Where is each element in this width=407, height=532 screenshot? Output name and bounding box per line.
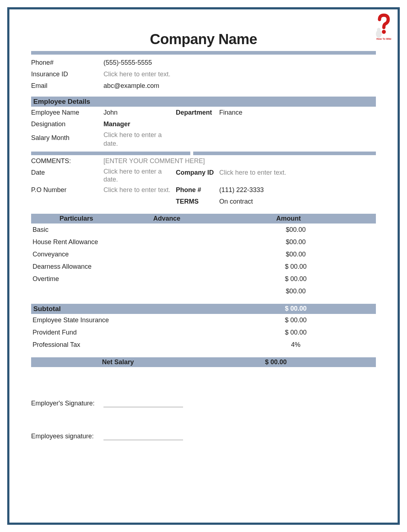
companyid-label: Company ID <box>176 167 219 183</box>
comments-row: COMMENTS: [ENTER YOUR COMMENT HERE] <box>31 155 376 167</box>
date-row: Date Click here to enter a date. Company… <box>31 167 376 184</box>
deduction-line: Provident Fund$ 00.00 <box>31 326 376 339</box>
companyid-value[interactable]: Click here to enter text. <box>219 167 376 183</box>
col-amount: Amount <box>212 215 376 222</box>
document-frame: How To Wiki Company Name Phone# (555)-55… <box>7 7 400 525</box>
subtotal-label: Subtotal <box>31 305 226 313</box>
svg-text:How To Wiki: How To Wiki <box>376 38 391 40</box>
phone-value[interactable]: (555)-5555-5555 <box>103 58 176 68</box>
designation-row: Designation Manager <box>31 118 376 130</box>
employee-name-label: Employee Name <box>31 107 103 118</box>
deduction-amount: $ 00.00 <box>226 327 376 337</box>
net-salary-label: Net Salary <box>31 358 205 366</box>
salary-table-header: Particulars Advance Amount <box>31 214 376 224</box>
employee-details-header: Employee Details <box>31 97 376 107</box>
phone-row: Phone# (555)-5555-5555 <box>31 57 376 68</box>
comments-label: COMMENTS: <box>31 156 103 166</box>
insurance-row: Insurance ID Click here to enter text. <box>31 68 376 80</box>
email-row: Email abc@example.com <box>31 80 376 91</box>
phone2-value[interactable]: (111) 222-3333 <box>219 185 376 195</box>
email-value[interactable]: abc@example.com <box>103 81 212 91</box>
po-row: P.O Number Click here to enter text. Pho… <box>31 184 376 196</box>
department-value[interactable]: Finance <box>219 107 376 118</box>
employee-signature-label: Employees signature: <box>31 433 103 440</box>
employee-signature-line: Employees signature: <box>31 433 376 440</box>
deduction-line: Employee State Insurance$ 00.00 <box>31 314 376 326</box>
date-label: Date <box>31 167 103 183</box>
employer-signature-field[interactable] <box>103 401 183 407</box>
phone2-label: Phone # <box>176 185 219 195</box>
employer-signature-line: Employer's Signature: <box>31 400 376 407</box>
particular-label: House Rent Allowance <box>31 237 226 247</box>
terms-value[interactable]: On contract <box>219 196 376 207</box>
deduction-label: Professional Tax <box>31 340 226 350</box>
employee-signature-field[interactable] <box>103 434 183 440</box>
particular-amount: $00.00 <box>226 225 376 235</box>
salary-line: Dearness Allowance$ 00.00 <box>31 260 376 273</box>
designation-value[interactable]: Manager <box>103 119 176 129</box>
svg-point-2 <box>377 28 381 31</box>
col-particulars: Particulars <box>31 215 122 222</box>
particular-amount: $ 00.00 <box>226 274 376 284</box>
salary-line: Basic$00.00 <box>31 224 376 236</box>
subtotal-row: Subtotal $ 00.00 <box>31 304 376 314</box>
signature-block: Employer's Signature: Employees signatur… <box>31 400 376 440</box>
salary-line: House Rent Allowance$00.00 <box>31 236 376 248</box>
deduction-label: Employee State Insurance <box>31 315 226 325</box>
email-label: Email <box>31 81 103 91</box>
net-salary-amount: $ 00.00 <box>205 358 376 366</box>
employer-signature-label: Employer's Signature: <box>31 400 103 407</box>
salary-month-value[interactable]: Click here to enter a date. <box>103 131 176 148</box>
terms-row: TERMS On contract <box>31 196 376 207</box>
employee-name-row: Employee Name John Department Finance <box>31 107 376 118</box>
particular-label: Overtime <box>31 274 226 284</box>
deduction-line: Professional Tax4% <box>31 339 376 351</box>
salary-line: Conveyance$00.00 <box>31 248 376 260</box>
particular-amount: $00.00 <box>226 237 376 247</box>
particular-label: Basic <box>31 225 226 235</box>
document-title: Company Name <box>31 31 376 47</box>
phone-label: Phone# <box>31 58 103 68</box>
designation-label: Designation <box>31 119 103 129</box>
particular-label <box>31 286 226 296</box>
employee-name-value[interactable]: John <box>103 107 176 118</box>
subtotal-amount: $ 00.00 <box>226 305 376 313</box>
particular-amount: $00.00 <box>226 249 376 259</box>
split-divider <box>31 152 376 155</box>
howtowiki-logo: How To Wiki <box>373 12 395 42</box>
salary-month-row: Salary Month Click here to enter a date. <box>31 130 376 149</box>
insurance-label: Insurance ID <box>31 69 103 79</box>
particular-amount: $ 00.00 <box>226 261 376 272</box>
particular-amount: $00.00 <box>226 286 376 296</box>
divider-bar <box>31 51 376 55</box>
particular-label: Dearness Allowance <box>31 261 226 272</box>
salary-line: $00.00 <box>31 285 376 297</box>
svg-point-0 <box>382 30 386 34</box>
col-advance: Advance <box>122 215 212 222</box>
department-label: Department <box>176 107 219 118</box>
salary-line: Overtime$ 00.00 <box>31 273 376 285</box>
deduction-label: Provident Fund <box>31 327 226 337</box>
insurance-value[interactable]: Click here to enter text. <box>103 69 176 79</box>
comments-value[interactable]: [ENTER YOUR COMMENT HERE] <box>103 156 248 166</box>
deduction-amount: 4% <box>226 340 376 350</box>
deduction-rows: Employee State Insurance$ 00.00Provident… <box>31 314 376 351</box>
terms-label: TERMS <box>176 196 219 207</box>
particular-label: Conveyance <box>31 249 226 259</box>
po-label: P.O Number <box>31 185 103 195</box>
salary-month-label: Salary Month <box>31 131 103 148</box>
po-value[interactable]: Click here to enter text. <box>103 185 176 195</box>
date-value[interactable]: Click here to enter a date. <box>103 167 176 183</box>
net-salary-row: Net Salary $ 00.00 <box>31 357 376 367</box>
salary-rows: Basic$00.00House Rent Allowance$00.00Con… <box>31 224 376 297</box>
deduction-amount: $ 00.00 <box>226 315 376 325</box>
